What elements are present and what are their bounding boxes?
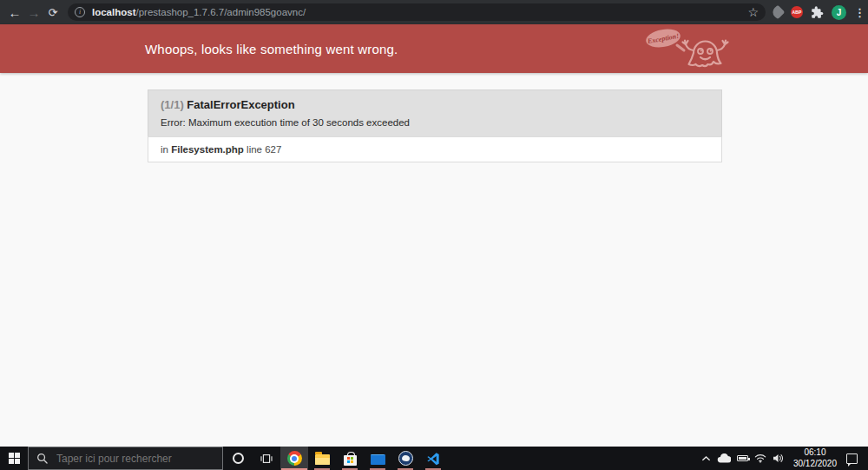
reload-button[interactable]: ⟳	[43, 3, 62, 22]
microsoft-store-icon	[344, 455, 357, 466]
site-info-icon[interactable]: i	[75, 7, 85, 17]
exception-card: (1/1) FatalErrorException Error: Maximum…	[148, 73, 722, 162]
vscode-icon	[426, 452, 440, 466]
start-button[interactable]	[0, 447, 28, 470]
exception-message: Error: Maximum execution time of 30 seco…	[161, 117, 709, 128]
volume-button[interactable]	[773, 453, 784, 463]
windows-icon	[9, 453, 20, 464]
forward-button[interactable]: →	[24, 3, 43, 22]
exception-header: (1/1) FatalErrorException Error: Maximum…	[148, 89, 722, 136]
battery-button[interactable]	[737, 455, 748, 461]
url-path: /prestashop_1.7.6.7/admin985goavnc/	[135, 7, 306, 17]
exception-location: in Filesystem.php line 627	[148, 136, 722, 162]
system-tray: 06:10 30/12/2020	[701, 447, 868, 470]
adblock-icon[interactable]: ABP	[791, 6, 803, 18]
taskbar-clock[interactable]: 06:10 30/12/2020	[790, 447, 840, 469]
task-view-button[interactable]	[253, 447, 280, 470]
volume-icon	[773, 453, 784, 463]
extensions-puzzle-icon[interactable]	[811, 6, 824, 19]
taskbar-file-explorer[interactable]	[308, 447, 336, 470]
task-view-icon	[260, 452, 273, 466]
action-center-icon	[846, 453, 858, 464]
chevron-up-icon	[701, 455, 711, 462]
back-icon: ←	[9, 5, 22, 20]
banner-title: Whoops, looks like something went wrong.	[145, 42, 398, 56]
onedrive-cloud-icon	[717, 453, 731, 463]
taskbar-chrome[interactable]	[280, 447, 308, 470]
location-prefix: in	[161, 144, 168, 155]
browser-toolbar: ← → ⟳ i localhost/prestashop_1.7.6.7/adm…	[0, 0, 868, 24]
blue-circle-app-icon	[398, 451, 413, 466]
back-button[interactable]: ←	[5, 3, 24, 22]
browser-menu-icon[interactable]: ⋮	[854, 7, 861, 18]
url-text[interactable]: localhost/prestashop_1.7.6.7/admin985goa…	[92, 7, 747, 17]
taskbar-mail[interactable]	[364, 447, 391, 470]
chrome-icon	[287, 451, 302, 466]
page-content: (1/1) FatalErrorException Error: Maximum…	[0, 73, 868, 447]
action-center-button[interactable]	[846, 453, 858, 464]
clock-date: 30/12/2020	[793, 459, 837, 470]
tray-chevron-button[interactable]	[701, 455, 711, 462]
file-explorer-icon	[315, 454, 330, 465]
taskbar-blue-circle-app[interactable]	[391, 447, 419, 470]
url-host: localhost	[92, 7, 135, 17]
clock-time: 06:10	[793, 447, 837, 459]
exception-title: (1/1) FatalErrorException	[161, 98, 709, 111]
exception-index: (1/1)	[161, 98, 184, 111]
search-input[interactable]	[56, 453, 213, 465]
taskbar-vscode[interactable]	[419, 447, 447, 470]
cortana-button[interactable]	[223, 447, 253, 470]
exception-ghost-icon: Exception!	[641, 27, 731, 72]
error-banner: Whoops, looks like something went wrong.…	[0, 24, 868, 73]
windows-taskbar: 06:10 30/12/2020	[0, 447, 868, 470]
cortana-icon	[233, 453, 244, 464]
onedrive-button[interactable]	[717, 453, 731, 463]
taskbar-store[interactable]	[336, 447, 364, 470]
bookmark-star-icon[interactable]: ☆	[747, 5, 759, 19]
search-icon	[36, 453, 48, 464]
taskbar-search[interactable]	[28, 447, 223, 470]
toolbar-extensions: ABP J ⋮	[773, 5, 861, 20]
exception-name: FatalErrorException	[187, 98, 294, 111]
tag-extension-icon[interactable]	[771, 5, 786, 20]
reload-icon: ⟳	[49, 6, 58, 19]
network-button[interactable]	[754, 453, 766, 463]
location-file: Filesystem.php	[171, 144, 244, 155]
mail-icon	[371, 454, 385, 465]
location-line: line 627	[247, 144, 281, 155]
forward-icon: →	[28, 5, 41, 20]
address-bar[interactable]: i localhost/prestashop_1.7.6.7/admin985g…	[68, 3, 766, 21]
wifi-icon	[754, 453, 766, 463]
battery-icon	[737, 455, 748, 461]
profile-avatar[interactable]: J	[832, 5, 846, 20]
